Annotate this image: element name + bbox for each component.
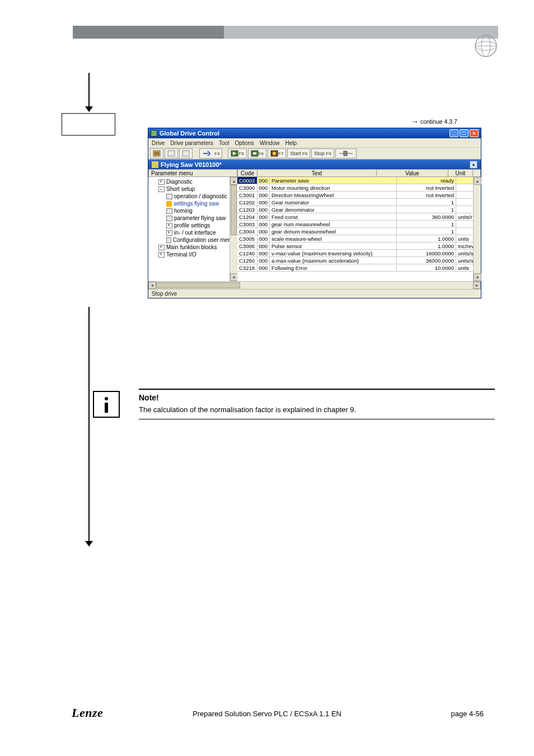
cell-value[interactable]: 1: [397, 199, 456, 206]
cell-value[interactable]: 1: [397, 206, 456, 213]
col-text[interactable]: Text: [257, 169, 377, 177]
col-unit[interactable]: Unit: [448, 169, 473, 177]
cell-code[interactable]: C1202: [237, 199, 257, 206]
cell-value[interactable]: not inverted: [397, 192, 456, 198]
table-row[interactable]: C1203000Gear denominator1: [237, 206, 481, 213]
doc-icon[interactable]: [166, 194, 172, 199]
tree-item[interactable]: in- / out interface: [151, 229, 237, 236]
selected-marker-icon[interactable]: [166, 201, 172, 207]
expand-icon[interactable]: [158, 252, 165, 258]
cell-value[interactable]: 36000.0000: [397, 257, 456, 264]
cell-code[interactable]: C1203: [237, 206, 257, 213]
maximize-button[interactable]: □: [460, 129, 469, 137]
cell-code[interactable]: C3218: [237, 264, 257, 271]
doc-icon[interactable]: [166, 208, 172, 214]
cell-code[interactable]: C1240: [237, 250, 257, 256]
cell-sub[interactable]: 000: [257, 199, 270, 206]
toolbar-wrench-icon[interactable]: F4: [199, 148, 222, 158]
stop-button[interactable]: Stop F9: [311, 148, 334, 158]
scroll-up-icon[interactable]: ▴: [230, 177, 238, 185]
hscroll-track[interactable]: [156, 282, 473, 289]
hscroll-thumb[interactable]: [156, 282, 240, 288]
titlebar[interactable]: Global Drive Control _ □ ×: [148, 128, 481, 138]
cell-text[interactable]: gear denum measurewheel: [270, 228, 397, 235]
table-row[interactable]: C1202000Gear numerator1: [237, 199, 481, 206]
scroll-thumb[interactable]: [231, 185, 237, 235]
cell-text[interactable]: v-max-value (maximum traversing velocity…: [270, 250, 397, 256]
table-row[interactable]: C3003000gear num measurewheel1: [237, 221, 481, 228]
table-row[interactable]: C3006000Pulse sensor1.0000Inc/rev: [237, 242, 481, 250]
doc-icon[interactable]: [166, 216, 172, 221]
cell-code[interactable]: C1204: [237, 213, 257, 220]
cell-sub[interactable]: 000: [257, 192, 270, 198]
tree-scrollbar[interactable]: ▴ ▾: [229, 177, 237, 281]
hscroll-right-icon[interactable]: ▸: [473, 282, 481, 289]
cell-sub[interactable]: 000: [257, 228, 270, 235]
table-row[interactable]: C3000000Motor mounting directionnot inve…: [237, 184, 481, 192]
cell-sub[interactable]: 000: [257, 242, 270, 249]
cell-code[interactable]: C3003: [237, 221, 257, 227]
cell-sub[interactable]: 000: [257, 250, 270, 256]
cell-value[interactable]: 10.0000: [397, 264, 456, 271]
cell-value[interactable]: 1.0000: [397, 242, 456, 249]
table-row[interactable]: C0003000Parameter saveready: [237, 177, 481, 184]
menu-window[interactable]: Window: [260, 140, 280, 146]
cell-value[interactable]: not inverted: [397, 184, 456, 191]
tree-item[interactable]: homing: [151, 207, 237, 214]
table-row[interactable]: C3004000gear denum measurewheel1: [237, 228, 481, 235]
cell-value[interactable]: 360.0000: [397, 213, 456, 220]
cell-text[interactable]: Motor mounting direction: [270, 184, 397, 191]
cell-sub[interactable]: 000: [257, 257, 270, 264]
expand-icon[interactable]: [158, 179, 165, 185]
hscrollbar[interactable]: ◂ ▸: [148, 281, 481, 289]
tree-item[interactable]: Configuration user menue: [151, 236, 237, 244]
collapse-icon[interactable]: [158, 186, 165, 192]
cell-code[interactable]: C3005: [237, 235, 257, 242]
cell-code[interactable]: C3006: [237, 242, 257, 249]
toolbar-icon-1[interactable]: [150, 148, 163, 158]
cell-value[interactable]: 16000.0000: [397, 250, 456, 256]
tree-item[interactable]: Terminal I/O: [151, 251, 237, 258]
cell-text[interactable]: Direction MeasuringWheel: [270, 192, 397, 198]
cell-code[interactable]: C3001: [237, 192, 257, 198]
cell-value[interactable]: 1: [397, 221, 456, 227]
table-row[interactable]: C1250000a-max-value (maximum acceleratio…: [237, 257, 481, 264]
cell-code[interactable]: C1250: [237, 257, 257, 264]
cell-value[interactable]: 1: [397, 228, 456, 235]
col-code[interactable]: Code: [237, 169, 257, 177]
expand-icon[interactable]: [158, 245, 165, 250]
table-row[interactable]: C3218000Following Error10.0000units: [237, 264, 481, 272]
grid-scroll-down-icon[interactable]: ▾: [474, 273, 481, 281]
menu-drive[interactable]: Drive: [152, 140, 165, 146]
cell-value[interactable]: ready: [397, 177, 456, 184]
tree-item[interactable]: parameter flying saw: [151, 214, 237, 222]
cell-code[interactable]: C0003: [237, 177, 257, 184]
cell-sub[interactable]: 000: [257, 177, 270, 184]
cell-text[interactable]: scale measure-wheel: [270, 235, 397, 242]
toolbar-icon-3[interactable]: [179, 148, 193, 158]
minimize-button[interactable]: _: [449, 129, 458, 137]
cell-text[interactable]: Gear numerator: [270, 199, 397, 206]
cell-sub[interactable]: 000: [257, 264, 270, 271]
cell-sub[interactable]: 000: [257, 235, 270, 242]
table-row[interactable]: C1240000v-max-value (maximum traversing …: [237, 250, 481, 257]
tree-item[interactable]: Main funktion blocks: [151, 244, 237, 251]
menu-options[interactable]: Options: [235, 140, 254, 146]
cell-text[interactable]: gear num measurewheel: [270, 221, 397, 227]
table-row[interactable]: C3005000scale measure-wheel1.0000units: [237, 235, 481, 242]
menu-help[interactable]: Help: [285, 140, 297, 146]
expand-icon[interactable]: [166, 223, 172, 228]
table-row[interactable]: C1204000Feed const360.0000units/r: [237, 213, 481, 221]
col-value[interactable]: Value: [377, 169, 448, 177]
cell-sub[interactable]: 000: [257, 206, 270, 213]
grid-vscrollbar[interactable]: ▴ ▾: [473, 177, 481, 281]
scroll-up-button[interactable]: ▴: [470, 161, 477, 169]
grid-scroll-up-icon[interactable]: ▴: [474, 177, 481, 185]
toolbar-icon-2[interactable]: [165, 148, 178, 158]
tree-item[interactable]: profile settings: [151, 222, 237, 229]
cell-text[interactable]: Pulse sensor: [270, 242, 397, 249]
cell-sub[interactable]: 000: [257, 213, 270, 220]
cell-text[interactable]: a-max-value (maximum acceleration): [270, 257, 397, 264]
toolbar-slider-icon[interactable]: [335, 148, 357, 158]
start-button[interactable]: Start F8: [287, 148, 310, 158]
